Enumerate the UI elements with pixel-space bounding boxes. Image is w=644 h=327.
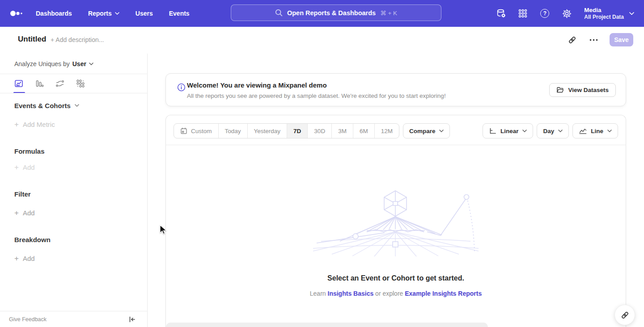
range-6m[interactable]: 6M [353,124,374,138]
calendar-icon [180,127,187,134]
save-button[interactable]: Save [610,33,633,46]
report-description-placeholder[interactable]: + Add description... [51,36,104,43]
project-switcher-labels: Media All Project Data [584,6,624,21]
middle-text: or explore [375,290,403,297]
nav-item-label: Users [136,10,153,17]
chevron-down-icon [75,104,79,107]
top-nav: Dashboards Reports Users Events Open Rep… [0,0,644,27]
collapse-sidebar-icon[interactable] [127,314,137,325]
range-label: 7D [293,128,301,134]
query-sidebar: Analyze Uniques by User [0,54,148,327]
tab-retention[interactable] [76,79,85,88]
settings-gear-icon[interactable] [561,8,572,19]
range-custom[interactable]: Custom [174,124,218,138]
project-scope: All Project Data [584,14,624,21]
compare-label: Compare [409,128,436,134]
chevron-down-icon [629,12,634,15]
mixpanel-logo[interactable] [10,10,23,17]
date-range-control: Custom Today Yesterday 7D 30D 3M 6M 12M [174,123,399,138]
breakdown-section: Breakdown [14,235,51,244]
bottom-sheet-peek[interactable] [166,323,488,327]
interval-label: Day [543,128,554,134]
tab-flows[interactable] [55,79,65,88]
project-switcher[interactable]: Media All Project Data [584,6,634,21]
report-header: Untitled + Add description... Save [0,27,644,54]
more-options-icon[interactable] [588,34,599,45]
analyze-row: Analyze Uniques by User [0,54,147,74]
data-management-icon[interactable] [496,8,506,19]
report-title[interactable]: Untitled [18,35,46,44]
add-filter-label: Add [23,209,35,217]
add-formula-button[interactable]: + Add [14,162,35,172]
view-datasets-label: View Datasets [568,87,609,93]
report-card: Custom Today Yesterday 7D 30D 3M 6M 12M … [165,115,626,327]
scale-label: Linear [500,128,519,134]
plus-icon: + [14,209,19,217]
range-label: Yesterday [254,128,281,134]
copy-link-icon[interactable] [567,34,577,45]
nav-item-reports[interactable]: Reports [88,10,119,17]
tab-funnels[interactable] [34,79,44,88]
add-metric-label: Add Metric [23,121,55,128]
compare-button[interactable]: Compare [403,123,450,138]
interval-selector[interactable]: Day [537,123,569,138]
axes-icon [489,127,496,135]
tab-insights[interactable] [14,79,24,88]
range-label: Custom [191,128,212,134]
add-metric-button[interactable]: + Add Metric [14,119,55,129]
apps-grid-icon[interactable] [517,8,528,19]
global-search[interactable]: Open Reports & Dashboards ⌘ + K [231,4,441,21]
divider [166,145,626,145]
range-30d[interactable]: 30D [307,124,331,138]
project-name: Media [584,6,624,14]
scale-selector[interactable]: Linear [483,123,534,138]
insights-basics-link[interactable]: Insights Basics [328,290,374,297]
nav-right: ? Media All Project Data [496,0,634,27]
add-breakdown-button[interactable]: + Add [14,253,35,263]
banner-title: Welcome! You are viewing a Mixpanel demo [187,81,327,89]
range-label: Today [225,128,241,134]
chevron-down-icon [115,12,119,15]
range-7d[interactable]: 7D [287,124,307,138]
add-filter-button[interactable]: + Add [14,208,35,218]
chart-options-toolbar: Linear Day Line [483,123,618,138]
formulas-label: Formulas [14,147,45,155]
analyze-by-dropdown[interactable]: User [72,60,93,67]
range-today[interactable]: Today [218,124,247,138]
folder-icon [556,87,564,93]
demo-banner: Welcome! You are viewing a Mixpanel demo… [165,73,626,106]
help-icon[interactable]: ? [539,8,550,19]
breakdown-label: Breakdown [14,236,51,243]
view-datasets-button[interactable]: View Datasets [549,83,616,97]
report-actions: Save [567,33,633,46]
range-12m[interactable]: 12M [374,124,399,138]
search-shortcut: ⌘ + K [380,9,397,17]
range-label: 30D [314,128,325,134]
banner-subtitle: All the reports you see are powered by a… [187,92,446,99]
empty-state-illustration [313,189,479,256]
nav-item-users[interactable]: Users [136,10,153,17]
formulas-section: Formulas [14,146,45,156]
filter-label: Filter [14,190,31,198]
nav-item-events[interactable]: Events [169,10,190,17]
give-feedback-link[interactable]: Give Feedback [9,316,47,323]
chevron-down-icon [522,130,527,132]
chevron-down-icon [439,130,444,132]
chevron-down-icon [607,130,612,132]
nav-item-dashboards[interactable]: Dashboards [36,10,72,17]
divider [0,93,147,93]
example-reports-link[interactable]: Example Insights Reports [405,290,482,297]
share-link-button[interactable] [614,305,635,325]
link-icon [621,311,629,319]
nav-item-label: Events [169,10,190,17]
events-cohorts-section[interactable]: Events & Cohorts [14,101,79,110]
range-3m[interactable]: 3M [331,124,353,138]
range-yesterday[interactable]: Yesterday [247,124,287,138]
chart-type-label: Line [591,128,603,134]
sidebar-footer: Give Feedback [0,311,147,327]
chart-type-selector[interactable]: Line [572,123,618,138]
chevron-down-icon [558,130,563,132]
info-icon [177,83,186,92]
events-cohorts-label: Events & Cohorts [14,102,71,109]
question-mark-glyph: ? [540,9,549,18]
